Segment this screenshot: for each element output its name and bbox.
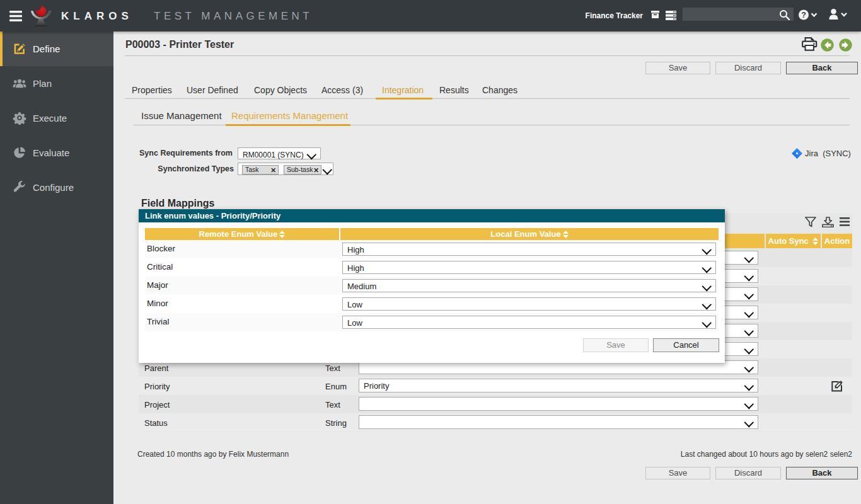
- svg-text:?: ?: [801, 11, 806, 20]
